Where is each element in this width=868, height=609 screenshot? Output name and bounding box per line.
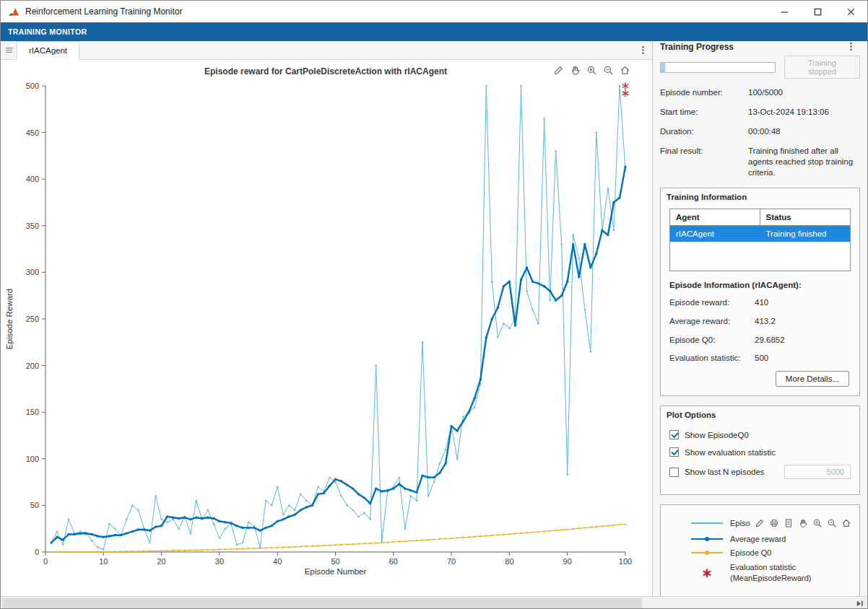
checkbox-label: Show last N episodes xyxy=(685,468,765,476)
kebab-menu-icon xyxy=(638,45,648,56)
maximize-button[interactable] xyxy=(801,1,834,22)
brush-icon[interactable] xyxy=(551,63,565,77)
column-header-agent[interactable]: Agent xyxy=(670,209,760,225)
checkbox-label: Show evaluation statistic xyxy=(685,448,776,457)
export-icon[interactable] xyxy=(782,517,795,530)
more-details-button[interactable]: More Details... xyxy=(776,371,849,387)
field-value: 410 xyxy=(755,297,851,308)
document-area: rIACAgent Episode reward for CartPoleDis… xyxy=(1,41,653,596)
field-label: Episode Q0: xyxy=(669,335,755,346)
minimize-icon xyxy=(779,6,790,17)
document-tab-bar: rIACAgent xyxy=(1,41,652,60)
window-title: Reinforcement Learning Training Monitor xyxy=(25,6,182,17)
svg-text:400: 400 xyxy=(26,175,39,183)
field-label: Start time: xyxy=(660,107,748,118)
svg-text:70: 70 xyxy=(447,557,456,566)
legend-label: Average reward xyxy=(730,535,786,543)
svg-text:250: 250 xyxy=(26,315,39,323)
panel-title: Training Progress xyxy=(660,42,734,52)
maximize-icon xyxy=(812,6,823,17)
zoom-in-icon[interactable] xyxy=(811,517,824,530)
group-title: Plot Options xyxy=(661,406,859,421)
minimize-button[interactable] xyxy=(768,1,801,22)
kebab-menu-icon xyxy=(846,41,856,52)
svg-text:50: 50 xyxy=(30,501,39,509)
grip-icon[interactable] xyxy=(1,41,17,59)
tab-label: rIACAgent xyxy=(29,46,67,55)
agent-status-table[interactable]: Agent Status rIACAgent Training finished xyxy=(669,209,851,271)
app-window: Reinforcement Learning Training Monitor … xyxy=(0,0,868,609)
checkbox-show-last-n-episodes[interactable]: Show last N episodes xyxy=(669,465,851,479)
tab-riacagent[interactable]: rIACAgent xyxy=(17,41,79,60)
checkbox-label: Show EpisodeQ0 xyxy=(685,431,749,439)
title-bar: Reinforcement Learning Training Monitor xyxy=(1,1,867,22)
panel-kebab-menu[interactable] xyxy=(841,41,860,52)
field-label: Evaluation statistic: xyxy=(669,353,755,364)
svg-text:Episode Reward: Episode Reward xyxy=(5,289,14,349)
svg-text:80: 80 xyxy=(505,557,513,566)
print-icon[interactable] xyxy=(768,517,781,530)
svg-text:200: 200 xyxy=(26,362,39,370)
svg-text:30: 30 xyxy=(215,557,224,566)
close-icon xyxy=(846,6,856,17)
legend-sublabel: (MeanEpisodeReward) xyxy=(730,573,812,584)
field-label: Final result: xyxy=(660,146,748,178)
field-value: 13-Oct-2024 19:13:06 xyxy=(748,107,860,118)
checkbox-show-episodeq0[interactable]: Show EpisodeQ0 xyxy=(669,430,851,439)
svg-text:100: 100 xyxy=(619,557,632,566)
horizontal-scrollbar[interactable] xyxy=(1,596,867,609)
training-progress-panel: Training Progress Training stopped Episo… xyxy=(653,41,867,596)
field-value: 500 xyxy=(755,353,851,364)
legend-label: Episode Q0 xyxy=(730,548,771,557)
field-label: Average reward: xyxy=(669,316,755,327)
close-button[interactable] xyxy=(834,1,867,22)
skip-end-icon[interactable] xyxy=(854,598,865,609)
field-value: Training finished after all agents reach… xyxy=(748,146,860,178)
svg-text:90: 90 xyxy=(563,557,572,566)
svg-text:0: 0 xyxy=(43,557,48,566)
svg-text:300: 300 xyxy=(26,268,39,276)
agent-cell: rIACAgent xyxy=(670,226,760,242)
svg-text:40: 40 xyxy=(273,557,282,566)
field-value: 29.6852 xyxy=(755,335,851,346)
scrollbar-thumb[interactable] xyxy=(2,598,642,608)
last-n-episodes-input[interactable] xyxy=(784,465,851,479)
home-icon[interactable] xyxy=(617,63,632,77)
svg-text:50: 50 xyxy=(331,557,339,566)
legend-label: Episo xyxy=(730,519,750,527)
column-header-status[interactable]: Status xyxy=(760,209,851,225)
field-label: Episode number: xyxy=(660,87,748,98)
field-label: Duration: xyxy=(660,126,748,137)
episode-info-fields: Episode reward:410 Average reward:413.2 … xyxy=(669,297,851,364)
svg-text:100: 100 xyxy=(26,455,39,463)
plot-options-group: Plot Options Show EpisodeQ0 Show evaluat… xyxy=(660,406,860,495)
evaluation-asterisk-icon: ∗ xyxy=(691,569,723,577)
zoom-out-icon[interactable] xyxy=(825,517,838,530)
training-information-group: Training Information Agent Status rIACAg… xyxy=(660,188,860,397)
checkbox-show-evaluation-statistic[interactable]: Show evaluation statistic xyxy=(669,447,851,457)
brush-icon[interactable] xyxy=(753,517,766,530)
checkbox-box[interactable] xyxy=(669,468,679,477)
field-label: Episode reward: xyxy=(669,297,755,308)
table-row[interactable]: rIACAgent Training finished xyxy=(670,226,850,242)
training-chart[interactable]: 0501001502002503003504004505000102030405… xyxy=(1,80,651,590)
svg-text:10: 10 xyxy=(99,557,108,566)
home-icon[interactable] xyxy=(840,517,853,530)
svg-text:20: 20 xyxy=(157,557,165,566)
checkbox-box[interactable] xyxy=(669,447,679,457)
svg-text:150: 150 xyxy=(26,408,39,416)
progress-bar-fill xyxy=(661,63,665,72)
zoom-out-icon[interactable] xyxy=(601,63,615,77)
svg-text:500: 500 xyxy=(26,82,39,90)
group-title: Training Information xyxy=(661,188,859,203)
checkbox-box[interactable] xyxy=(669,430,679,439)
training-stopped-button[interactable]: Training stopped xyxy=(784,56,860,79)
pan-icon[interactable] xyxy=(797,517,810,530)
field-value: 00:00:48 xyxy=(748,126,860,137)
document-kebab-menu[interactable] xyxy=(633,41,652,59)
zoom-in-icon[interactable] xyxy=(584,63,599,77)
tab-training-monitor[interactable]: TRAINING MONITOR xyxy=(8,27,87,36)
progress-bar xyxy=(660,62,776,73)
status-cell: Training finished xyxy=(760,226,851,242)
pan-icon[interactable] xyxy=(568,63,582,77)
